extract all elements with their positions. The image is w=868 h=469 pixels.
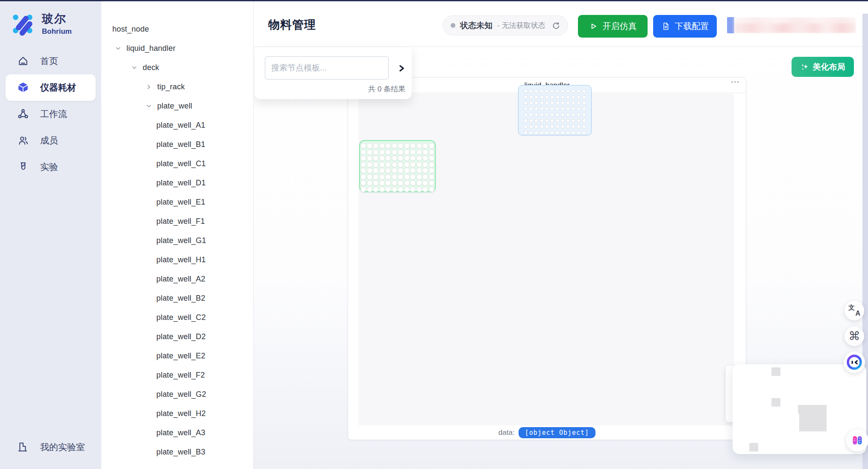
well — [550, 125, 554, 129]
tree-item-plate_well_C1[interactable]: plate_well_C1 — [101, 154, 253, 173]
well-plate[interactable] — [359, 140, 436, 192]
beautify-layout-label: 美化布局 — [813, 62, 845, 73]
well — [429, 187, 434, 192]
well — [524, 131, 528, 135]
chevron-down-icon[interactable] — [145, 103, 152, 110]
well — [582, 119, 586, 123]
well — [550, 89, 554, 93]
download-config-label: 下载配置 — [675, 21, 709, 32]
translate-button[interactable]: 文 A — [845, 301, 864, 320]
sidebar-item-workflow[interactable]: 工作流 — [6, 101, 96, 127]
tree-item-plate_well_A2[interactable]: plate_well_A2 — [101, 270, 253, 289]
well — [422, 187, 428, 192]
well — [534, 95, 538, 99]
tree-item-label: plate_well_E1 — [156, 198, 205, 207]
tree-item-plate_well_H2[interactable]: plate_well_H2 — [101, 404, 253, 423]
sidebar-item-label: 成员 — [40, 135, 58, 147]
tree-item-plate_well_G1[interactable]: plate_well_G1 — [101, 231, 253, 250]
well — [550, 119, 554, 123]
sidebar-item-instruments[interactable]: 仪器耗材 — [6, 74, 96, 101]
node-menu-dots-icon[interactable]: ••• — [731, 79, 740, 85]
well — [556, 101, 560, 105]
assistant-robot-button[interactable] — [844, 352, 865, 373]
ai-brain-button[interactable] — [846, 429, 868, 451]
well — [577, 125, 581, 129]
well — [540, 119, 544, 123]
chevron-right-icon[interactable] — [145, 84, 152, 91]
tree-item-plate_well_C2[interactable]: plate_well_C2 — [101, 308, 253, 327]
well — [404, 174, 410, 180]
app-window: 玻尔 Bohrium 首页 仪器耗材 — [0, 0, 868, 469]
status-badge[interactable]: 状态未知 - 无法获取状态 — [443, 15, 568, 35]
command-palette-button[interactable]: ⌘ — [845, 326, 864, 346]
start-simulation-button[interactable]: 开启仿真 — [578, 15, 648, 38]
beautify-layout-button[interactable]: 美化布局 — [792, 57, 854, 77]
well — [379, 174, 385, 180]
well — [572, 131, 575, 135]
download-config-button[interactable]: 下载配置 — [653, 15, 717, 38]
sidebar-item-experiment[interactable]: 实验 — [6, 154, 96, 180]
expand-chevron-icon[interactable] — [396, 63, 407, 73]
chevron-down-icon[interactable] — [131, 64, 138, 71]
tree-item-plate_well_D1[interactable]: plate_well_D1 — [101, 173, 253, 193]
well — [545, 113, 549, 117]
well — [534, 131, 538, 135]
tree-item-label: plate_well_C2 — [156, 313, 206, 322]
tree-item-plate_well_A1[interactable]: plate_well_A1 — [101, 116, 253, 135]
well — [529, 89, 533, 93]
search-input[interactable] — [265, 56, 389, 79]
liquid-handler-node[interactable]: liquid_handler ••• data: [object Object] — [348, 77, 746, 440]
tree-item-plate_well[interactable]: plate_well — [101, 97, 253, 116]
well — [385, 149, 391, 155]
brand-logo[interactable]: 玻尔 Bohrium — [0, 0, 101, 44]
sidebar-footer-label: 我的实验室 — [40, 441, 85, 453]
well — [379, 149, 385, 155]
well — [379, 180, 385, 186]
well — [416, 162, 422, 167]
well — [422, 149, 428, 155]
well — [561, 89, 565, 93]
well — [529, 101, 533, 105]
well — [361, 187, 366, 192]
well — [373, 168, 378, 173]
data-label: data: — [499, 428, 515, 437]
tree-item-plate_well_G2[interactable]: plate_well_G2 — [101, 385, 253, 404]
sparkles-icon — [801, 63, 809, 71]
tree-item-plate_well_E2[interactable]: plate_well_E2 — [101, 346, 253, 366]
tree-item-plate_well_F1[interactable]: plate_well_F1 — [101, 212, 253, 231]
tree-item-plate_well_B3[interactable]: plate_well_B3 — [101, 443, 253, 462]
blurred-text — [734, 17, 856, 33]
well — [392, 187, 397, 192]
main-canvas[interactable]: 物料管理 状态未知 - 无法获取状态 开启仿真 — [254, 0, 868, 469]
tree-item-plate_well_H1[interactable]: plate_well_H1 — [101, 250, 253, 270]
tree-item-plate_well_B1[interactable]: plate_well_B1 — [101, 135, 253, 154]
tree-item-plate_well_D2[interactable]: plate_well_D2 — [101, 327, 253, 346]
tree-item-plate_well_E1[interactable]: plate_well_E1 — [101, 193, 253, 212]
sidebar-item-home[interactable]: 首页 — [6, 48, 96, 74]
tree-item-deck[interactable]: deck — [101, 58, 253, 77]
tree-item-tip_rack[interactable]: tip_rack — [101, 77, 253, 97]
refresh-icon[interactable] — [551, 21, 560, 30]
well — [404, 168, 410, 173]
tree-item-plate_well_A3[interactable]: plate_well_A3 — [101, 423, 253, 443]
tree-item-host_node[interactable]: host_node — [101, 20, 253, 39]
well — [540, 131, 544, 135]
well — [385, 155, 391, 161]
sidebar-item-members[interactable]: 成员 — [6, 127, 96, 154]
tree-item-label: plate_well_B3 — [156, 448, 205, 457]
well — [416, 149, 422, 155]
chevron-down-icon[interactable] — [114, 45, 121, 52]
well — [379, 155, 385, 161]
sidebar-item-my-lab[interactable]: 我的实验室 — [0, 434, 101, 460]
bohrium-logo-icon — [9, 10, 36, 37]
well — [410, 180, 416, 186]
tree-item-plate_well_F2[interactable]: plate_well_F2 — [101, 366, 253, 385]
tip-rack-plate[interactable] — [518, 85, 592, 135]
tree-item-label: liquid_handler — [126, 44, 176, 53]
tree-item-liquid_handler[interactable]: liquid_handler — [101, 39, 253, 58]
well — [404, 187, 410, 192]
sidebar-item-label: 工作流 — [40, 108, 67, 120]
well — [556, 119, 560, 123]
sidebar-item-label: 实验 — [40, 161, 58, 173]
tree-item-plate_well_B2[interactable]: plate_well_B2 — [101, 289, 253, 308]
